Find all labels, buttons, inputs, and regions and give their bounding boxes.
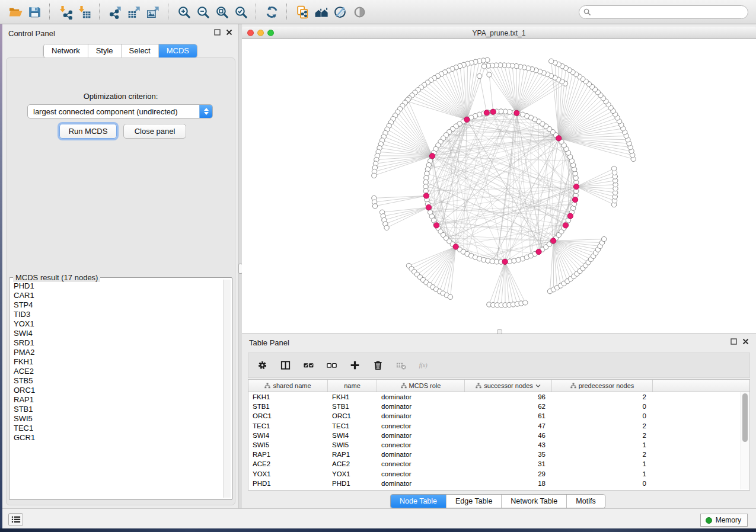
mcds-result-item[interactable]: STB1 [14,405,223,414]
mcds-result-item[interactable]: FKH1 [14,357,223,367]
export-network-button[interactable] [106,2,125,21]
close-icon[interactable] [226,29,232,36]
mcds-result-item[interactable]: TEC1 [14,424,223,433]
tab-edge-table[interactable]: Edge Table [446,495,502,508]
mcds-result-item[interactable]: STP4 [14,300,223,310]
graph-dominator-node[interactable] [429,153,435,159]
mcds-result-item[interactable]: SRD1 [14,338,223,348]
mcds-result-item[interactable]: CAR1 [14,291,223,300]
graph-dominator-node[interactable] [426,204,431,210]
float-window-icon[interactable] [214,29,221,36]
open-session-from-cloud-button[interactable] [293,2,312,21]
show-columns-button[interactable] [279,359,292,372]
table-scrollbar[interactable] [741,392,749,489]
table-row[interactable]: RAP1RAP1dominator352 [248,450,749,459]
import-network-button[interactable] [56,2,75,21]
close-panel-button[interactable]: Close panel [123,124,186,139]
tab-select[interactable]: Select [122,44,159,57]
graph-leaf-node[interactable] [523,300,528,305]
column-header-name[interactable]: name [328,380,377,392]
return-to-home-button[interactable] [312,2,331,21]
table-row[interactable]: SWI4SWI4dominator462 [248,431,749,440]
table-row[interactable]: ORC1ORC1dominator610 [248,411,749,421]
optimization-criterion-select[interactable]: largest connected component (undirected) [27,104,213,118]
column-header-successor-nodes[interactable]: successor nodes [465,380,552,392]
delete-button[interactable] [371,359,384,372]
table-row[interactable]: FKH1FKH1dominator962 [248,392,749,402]
export-image-button[interactable] [143,2,162,21]
zoom-fit-button[interactable] [212,2,231,21]
import-table-button[interactable] [75,2,94,21]
open-file-button[interactable] [6,2,25,21]
table-row[interactable]: YOX1YOX1connector291 [248,469,749,479]
graph-dominator-node[interactable] [514,110,519,116]
graph-dominator-node[interactable] [490,109,496,114]
search-input[interactable] [579,5,748,19]
save-session-button[interactable] [25,2,44,21]
network-window-titlebar[interactable]: YPA_prune.txt_1 [242,27,756,39]
graph-leaf-node[interactable] [481,64,486,69]
graph-leaf-node[interactable] [384,225,389,230]
bird-eye-view-button[interactable] [350,2,369,21]
graph-leaf-node[interactable] [372,173,377,178]
mcds-result-item[interactable]: STB5 [14,376,223,386]
float-window-icon[interactable] [731,338,737,345]
refresh-button[interactable] [262,2,281,21]
tab-node-table[interactable]: Node Table [391,495,446,508]
graph-leaf-node[interactable] [549,59,554,63]
table-row[interactable]: ACE2ACE2connector311 [248,459,749,469]
show-hide-graphics-details-button[interactable] [331,2,350,21]
column-header-MCDS-role[interactable]: MCDS role [377,380,465,392]
tab-mcds[interactable]: MCDS [159,44,197,57]
network-graph[interactable] [242,39,756,334]
mcds-result-item[interactable]: SWI4 [14,329,223,338]
tab-network[interactable]: Network [44,44,88,57]
select-all-button[interactable] [302,359,315,372]
mcds-result-scrollbar[interactable] [223,280,231,498]
mcds-result-item[interactable]: ORC1 [14,386,223,395]
tab-network-table[interactable]: Network Table [502,495,567,508]
table-row[interactable]: SWI5SWI5connector431 [248,440,749,450]
graph-dominator-node[interactable] [484,110,489,116]
graph-leaf-node[interactable] [477,73,482,78]
graph-dominator-node[interactable] [423,193,429,198]
graph-dominator-node[interactable] [573,197,578,203]
graph-leaf-node[interactable] [487,72,492,77]
column-header-predecessor-nodes[interactable]: predecessor nodes [552,380,653,392]
graph-dominator-node[interactable] [464,117,470,122]
graph-dominator-node[interactable] [502,259,508,264]
graph-dominator-node[interactable] [573,184,579,189]
scrollbar-thumb[interactable] [742,393,748,442]
graph-dominator-node[interactable] [536,249,541,254]
graph-dominator-node[interactable] [563,223,568,228]
close-icon[interactable] [742,338,749,345]
graph-leaf-node[interactable] [611,166,616,171]
clear-table-button[interactable] [394,359,407,372]
zoom-selected-button[interactable] [231,2,250,21]
network-canvas[interactable] [242,39,756,334]
mcds-result-item[interactable]: RAP1 [14,395,223,405]
tab-motifs[interactable]: Motifs [567,495,604,508]
table-settings-button[interactable] [256,359,269,372]
mcds-result-item[interactable]: ACE2 [14,367,223,376]
table-row[interactable]: PHD1PHD1dominator180 [248,479,749,488]
graph-leaf-node[interactable] [602,236,607,241]
column-header-shared-name[interactable]: shared name [248,380,328,392]
unselect-all-button[interactable] [325,359,338,372]
graph-dominator-node[interactable] [453,244,458,249]
graph-dominator-node[interactable] [434,223,439,228]
memory-button[interactable]: Memory [700,514,748,527]
graph-dominator-node[interactable] [567,213,573,219]
mcds-result-item[interactable]: PHD1 [14,281,223,291]
table-row[interactable]: TEC1TEC1connector472 [248,421,749,431]
mcds-result-item[interactable]: SWI5 [14,414,223,424]
function-builder-button[interactable]: f(x) [417,359,430,372]
graph-dominator-node[interactable] [556,136,562,141]
task-history-button[interactable] [8,513,23,526]
graph-leaf-node[interactable] [372,204,377,209]
tab-style[interactable]: Style [88,44,122,57]
graph-leaf-node[interactable] [448,294,452,299]
table-row[interactable]: STB1STB1dominator620 [248,402,749,411]
mcds-result-item[interactable]: GCR1 [14,433,223,443]
run-mcds-button[interactable]: Run MCDS [59,124,117,139]
